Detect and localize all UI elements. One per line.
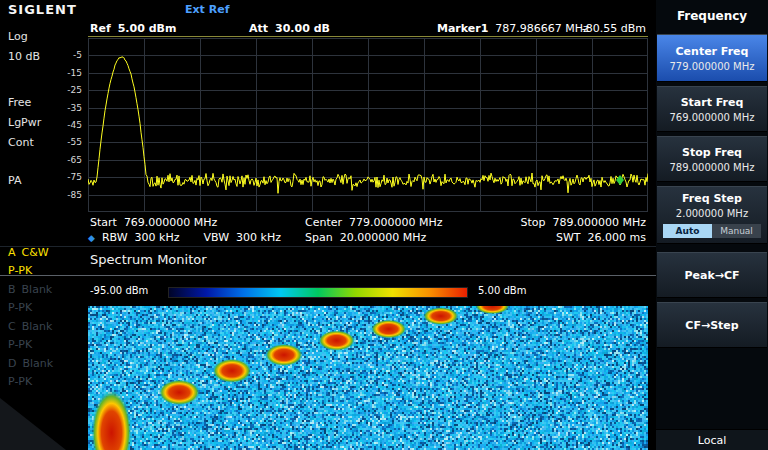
brand-logo: SIGLENT — [8, 2, 77, 17]
vbw-value: 300 kHz — [236, 231, 281, 244]
start-freq-label: Start Freq — [681, 96, 744, 109]
stop-freq-readout: Stop 789.000000 MHz — [520, 216, 646, 229]
cf-to-step-label: CF→Step — [685, 319, 738, 332]
ref-value: 5.00 dBm — [118, 22, 177, 35]
marker-readout: Marker1 787.986667 MHz — [437, 22, 589, 35]
y-axis-label: -25 — [67, 84, 82, 96]
trace-c-id: C — [8, 320, 16, 333]
trace-c-mode: C Blank — [8, 320, 52, 333]
y-axis-label: -35 — [67, 102, 82, 114]
softkey-center-freq[interactable]: Center Freq 779.000000 MHz — [657, 34, 767, 82]
center-freq-readout: Center 779.000000 MHz — [305, 216, 443, 229]
stop-value: 789.000000 MHz — [552, 216, 646, 229]
sidebar-scale-type: Log — [8, 30, 28, 43]
bandwidth-readout: ◆ RBW 300 kHz VBW 300 kHz — [88, 231, 281, 244]
freq-step-manual-option[interactable]: Manual — [712, 224, 761, 238]
waterfall-canvas — [88, 306, 648, 450]
marker-name: Marker1 — [437, 22, 488, 35]
softkey-freq-step[interactable]: Freq Step 2.000000 MHz Auto Manual — [657, 186, 767, 244]
sidebar-cont: Cont — [8, 136, 34, 149]
trace-d-mode-label: Blank — [22, 357, 53, 370]
trace-d-mode: D Blank — [8, 357, 53, 370]
menu-title: Frequency — [656, 0, 768, 32]
stop-freq-value: 789.000000 MHz — [669, 162, 754, 173]
span-value: 20.000000 MHz — [340, 231, 427, 244]
freq-step-label: Freq Step — [682, 192, 742, 205]
rbw-label: RBW — [102, 231, 128, 244]
softkey-peak-to-cf[interactable]: Peak→CF — [657, 252, 767, 298]
trace-b-mode-label: Blank — [22, 283, 53, 296]
plot-top-border — [88, 36, 648, 37]
trace-b-id: B — [8, 283, 16, 296]
trace-a-mode-label: C&W — [22, 246, 49, 259]
center-freq-value: 779.000000 MHz — [669, 61, 754, 72]
sidebar-lgpwr: LgPwr — [8, 116, 41, 129]
trace-b-detector: P-PK — [8, 301, 32, 314]
trace-d-detector: P-PK — [8, 375, 32, 388]
stop-label: Stop — [520, 216, 545, 229]
start-freq-value: 769.000000 MHz — [669, 112, 754, 123]
attenuation-readout: Att 30.00 dB — [249, 22, 330, 35]
screen-corner-shadow — [0, 398, 66, 450]
center-label: Center — [305, 216, 342, 229]
start-value: 769.000000 MHz — [124, 216, 218, 229]
vbw-label: VBW — [204, 231, 230, 244]
trace-a-mode: A C&W — [8, 246, 49, 259]
rbw-value: 300 kHz — [135, 231, 180, 244]
amplitude-scale-bar — [168, 287, 468, 298]
trace-a-detector: P-PK — [8, 264, 32, 277]
att-value: 30.00 dB — [275, 22, 330, 35]
stop-freq-label: Stop Freq — [682, 146, 742, 159]
softkey-menu: Frequency Center Freq 779.000000 MHz Sta… — [656, 0, 768, 450]
span-readout: Span 20.000000 MHz — [305, 231, 426, 244]
sidebar-scale-div: 10 dB — [8, 50, 40, 63]
peak-to-cf-label: Peak→CF — [684, 269, 739, 282]
marker-frequency: 787.986667 MHz — [495, 22, 589, 35]
center-freq-label: Center Freq — [676, 45, 749, 58]
swt-label: SWT — [556, 231, 581, 244]
ext-ref-status: Ext Ref — [185, 3, 229, 16]
y-axis-label: -55 — [67, 136, 82, 148]
spectrum-plot-canvas — [88, 38, 648, 212]
swt-value: 26.000 ms — [588, 231, 646, 244]
start-label: Start — [90, 216, 117, 229]
ref-label: Ref — [90, 22, 111, 35]
trace-b-mode: B Blank — [8, 283, 52, 296]
trace-c-mode-label: Blank — [22, 320, 53, 333]
y-axis-labels: -5-15-25-35-45-55-65-75-85 — [54, 38, 84, 212]
span-label: Span — [305, 231, 333, 244]
y-axis-label: -5 — [73, 49, 82, 61]
trace-d-id: D — [8, 357, 16, 370]
marker-amplitude: -80.55 dBm — [582, 22, 646, 35]
local-button[interactable]: Local — [656, 429, 768, 450]
y-axis-label: -75 — [67, 171, 82, 183]
freq-step-auto-option[interactable]: Auto — [663, 224, 712, 238]
center-value: 779.000000 MHz — [349, 216, 443, 229]
y-axis-label: -85 — [67, 189, 82, 201]
freq-step-auto-manual-toggle: Auto Manual — [663, 224, 761, 238]
analyzer-screen: SIGLENT Ext Ref Ref 5.00 dBm Att 30.00 d… — [0, 0, 768, 450]
separator-line — [0, 246, 656, 247]
y-axis-label: -15 — [67, 67, 82, 79]
spectrum-monitor-title: Spectrum Monitor — [90, 252, 207, 267]
y-axis-label: -45 — [67, 119, 82, 131]
coupling-diamond-icon: ◆ — [88, 233, 95, 243]
scale-max-label: 5.00 dBm — [478, 285, 526, 296]
trace-c-detector: P-PK — [8, 338, 32, 351]
ref-level-readout: Ref 5.00 dBm — [90, 22, 176, 35]
softkey-cf-to-step[interactable]: CF→Step — [657, 302, 767, 348]
att-label: Att — [249, 22, 268, 35]
sweep-time-readout: SWT 26.000 ms — [556, 231, 646, 244]
monitor-divider-line — [0, 275, 656, 276]
softkey-start-freq[interactable]: Start Freq 769.000000 MHz — [657, 86, 767, 132]
trace-a-id: A — [8, 246, 16, 259]
sidebar-trigger-free: Free — [8, 96, 31, 109]
y-axis-label: -65 — [67, 154, 82, 166]
freq-step-value: 2.000000 MHz — [676, 208, 748, 219]
scale-min-label: -95.00 dBm — [90, 285, 148, 296]
start-freq-readout: Start 769.000000 MHz — [90, 216, 217, 229]
softkey-stop-freq[interactable]: Stop Freq 789.000000 MHz — [657, 136, 767, 182]
sidebar-preamp: PA — [8, 174, 21, 187]
